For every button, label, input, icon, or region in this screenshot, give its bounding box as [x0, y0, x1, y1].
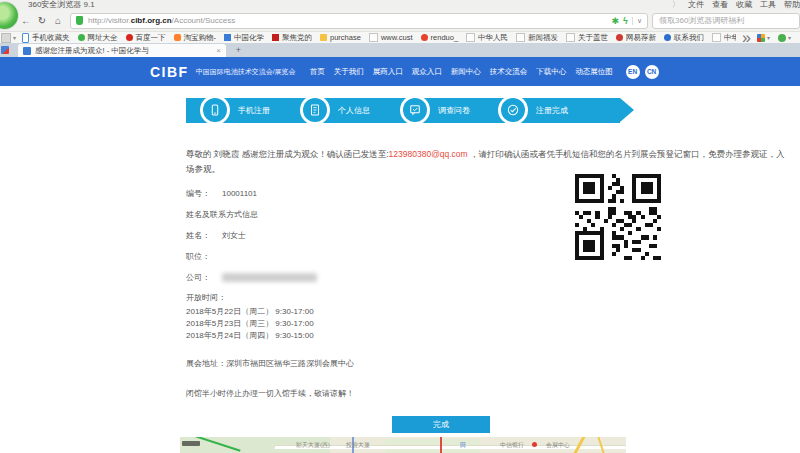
finish-button[interactable]: 完成	[392, 416, 490, 433]
home-button[interactable]: ⌂	[50, 13, 66, 29]
nav-item[interactable]: 展商入口	[373, 67, 403, 77]
bookmark-item[interactable]: purchase	[320, 33, 361, 42]
bookmarks-grid-icon[interactable]	[1, 33, 11, 43]
field-label: 职位：	[186, 251, 212, 262]
page-content: CIBF 中国国际电池技术交流会/展览会 首页关于我们展商入口观众入口新闻中心技…	[0, 57, 800, 453]
apps-caret-icon[interactable]: ▾	[767, 34, 770, 41]
bookmark-item[interactable]: 淘宝购物-	[174, 33, 217, 43]
bookmark-icon	[421, 34, 428, 41]
cibf-logo[interactable]: CIBF	[150, 64, 189, 80]
field-value: 刘女士	[222, 230, 246, 241]
field-row: 职位：	[186, 246, 317, 267]
stepper-arrow	[620, 98, 634, 122]
bookmark-icon	[664, 34, 671, 41]
bookmark-item[interactable]: 网址大全	[78, 33, 118, 43]
step-complete: 注册完成	[498, 95, 568, 125]
map-label-building: 彩天大厦(西)	[296, 441, 330, 450]
search-placeholder-text: 领取360浏览器调研福利	[659, 15, 744, 26]
bookmark-icon	[272, 34, 279, 41]
bookmark-label: 聚焦党的	[282, 33, 312, 43]
bookmark-item[interactable]: renduo_	[421, 33, 459, 42]
bookmark-item[interactable]: 联系我们	[664, 33, 704, 43]
bookmark-icon	[712, 33, 721, 42]
step-phone-register: 手机注册	[200, 95, 270, 125]
bookmark-item[interactable]: www.cust	[369, 33, 413, 42]
bookmark-icon	[616, 34, 623, 41]
bookmark-item[interactable]: 中华人民	[466, 33, 508, 43]
bookmark-label: 淘宝购物-	[184, 33, 217, 43]
field-value: 10001101	[222, 189, 257, 198]
new-tab-button[interactable]: +	[232, 44, 245, 56]
venue-address: 展会地址：深圳市福田区福华三路深圳会展中心	[186, 358, 354, 369]
nav-item[interactable]: 技术交流会	[490, 67, 528, 77]
url-path: /Account/Success	[172, 16, 236, 25]
tab-favicon-icon	[23, 47, 31, 55]
field-row: 姓名： 刘女士	[186, 225, 317, 246]
apps-grid-icon[interactable]	[757, 34, 765, 42]
bookmarks-overflow-icon[interactable]: »	[742, 29, 751, 47]
qr-code-image	[575, 174, 661, 260]
bookmark-icon	[516, 33, 525, 42]
refresh-button[interactable]: ↻	[34, 13, 50, 29]
speed-flash-icon[interactable]: ϟ	[623, 16, 628, 26]
bookmark-item[interactable]: 关于盖世	[566, 33, 608, 43]
window-title: 360安全浏览器 9.1	[28, 0, 95, 10]
nav-item[interactable]: 观众入口	[412, 67, 442, 77]
status-caret-icon[interactable]: ▾	[788, 34, 791, 41]
bookmark-icon	[566, 33, 575, 42]
menu-file[interactable]: 文件	[688, 0, 704, 10]
bookmark-label: 关于盖世	[578, 33, 608, 43]
registration-fields: 编号： 10001101 姓名及联系方式信息 姓名： 刘女士 职位：	[186, 183, 317, 288]
bookmark-item[interactable]: 手机收藏夹	[22, 33, 70, 43]
bookmark-label: renduo_	[431, 33, 459, 42]
nav-item[interactable]: 关于我们	[334, 67, 364, 77]
bookmark-item[interactable]: 新闻福发	[516, 33, 558, 43]
bookmark-item[interactable]: 聚焦党的	[272, 33, 312, 43]
address-bar[interactable]: http://visitor. cibf.org.cn /Account/Suc…	[70, 13, 648, 29]
lang-cn-button[interactable]: CN	[645, 65, 659, 79]
closing-note: 闭馆半小时停止办理一切入馆手续，敬请谅解！	[186, 388, 354, 399]
bookmarks-caret-icon[interactable]: ▾	[13, 34, 16, 41]
field-label: 公司：	[186, 272, 212, 283]
status-green-icon[interactable]	[778, 34, 786, 42]
search-input[interactable]: 领取360浏览器调研福利	[652, 13, 800, 29]
map-poi-dot-icon	[532, 442, 537, 447]
field-row: 编号： 10001101	[186, 183, 317, 204]
browser-toolbar: ← ↻ ⌂ http://visitor. cibf.org.cn /Accou…	[0, 10, 800, 32]
bookmark-label: 百度一下	[136, 33, 166, 43]
menu-favorites[interactable]: 收藏	[736, 0, 752, 10]
nav-item[interactable]: 下载中心	[536, 67, 566, 77]
bookmarks-bar-right: » ▾ ▾	[736, 32, 800, 43]
bookmark-item[interactable]: 中国化学	[224, 33, 264, 43]
active-tab[interactable]: 感谢您注册成为观众! - 中国化学与 ×	[18, 44, 226, 57]
site-nav: 首页关于我们展商入口观众入口新闻中心技术交流会下载中心动态展位图	[310, 67, 613, 77]
extensions-gear-icon[interactable]: ✱	[612, 16, 620, 26]
field-row: 姓名及联系方式信息	[186, 204, 317, 225]
nav-item[interactable]: 动态展位图	[575, 67, 613, 77]
tab-corner-icon[interactable]	[1, 46, 9, 54]
bookmark-label: 新闻福发	[528, 33, 558, 43]
menu-bar: 〉 文件 查看 收藏 工具 帮助	[672, 0, 800, 10]
bookmark-label: 中国化学	[234, 33, 264, 43]
map-label-center: 会展中心	[546, 441, 570, 450]
map-dark-label	[182, 441, 200, 446]
bookmark-item[interactable]: 网易荐新	[616, 33, 656, 43]
url-dropdown-icon[interactable]: ∨	[632, 17, 642, 25]
venue-map[interactable]: 彩天大厦(西) 投资大厦 田 中信银行 会展中心	[180, 437, 626, 453]
map-road-red	[440, 437, 442, 453]
back-button[interactable]: ←	[18, 13, 34, 29]
bookmark-icon	[78, 34, 85, 41]
nav-item[interactable]: 首页	[310, 67, 325, 77]
menu-help[interactable]: 帮助	[784, 0, 800, 10]
lang-en-button[interactable]: EN	[626, 65, 640, 79]
confirmation-email[interactable]: 123980380@qq.com	[389, 149, 468, 159]
menu-tools[interactable]: 工具	[760, 0, 776, 10]
menu-chevron-icon: 〉	[672, 0, 680, 10]
open-time-row: 2018年5月24日（周四） 9:30-15:00	[186, 330, 314, 342]
browser-window: 360安全浏览器 9.1 〉 文件 查看 收藏 工具 帮助 ← ↻ ⌂ http…	[0, 0, 800, 453]
field-label: 姓名：	[186, 230, 212, 241]
tab-close-icon[interactable]: ×	[216, 46, 221, 55]
bookmark-item[interactable]: 百度一下	[126, 33, 166, 43]
nav-item[interactable]: 新闻中心	[451, 67, 481, 77]
menu-view[interactable]: 查看	[712, 0, 728, 10]
